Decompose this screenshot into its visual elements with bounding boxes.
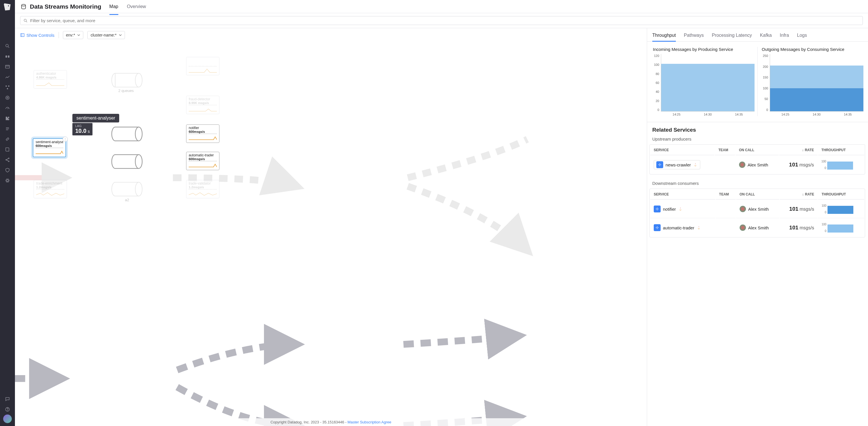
svg-point-16 [8,158,9,159]
tab-overview[interactable]: Overview [127,2,146,11]
tab-map[interactable]: Map [110,2,118,11]
divider [59,32,59,38]
services-icon[interactable] [5,85,10,90]
queue-mid-1[interactable] [111,126,143,143]
chart-1-plot[interactable] [770,54,863,112]
related-services-title: Related Services [647,122,868,135]
svg-rect-4 [8,55,9,58]
page-header: Data Streams Monitoring Map Overview [15,0,868,13]
svg-point-0 [8,5,9,7]
tab-logs[interactable]: Logs [797,33,807,41]
node-fraud-detector[interactable]: fraud-detector 8.99K msgs/s [186,96,219,114]
node-top-right[interactable] [186,57,219,75]
node-trade-validator[interactable]: trade-validator 1.2msgs/s [186,180,219,198]
sort-down-icon: ↓ [802,148,804,152]
tab-throughput[interactable]: Throughput [652,33,676,41]
mini-throughput-chart: 1000 [822,223,861,232]
svg-point-48 [657,209,657,210]
chart-0-yaxis: 120 100 80 60 40 20 0 [652,54,661,112]
java-icon [678,207,683,211]
table-row[interactable]: notifier Alex Smith 101 msgs/s 1000 [650,200,864,218]
shield-icon[interactable] [5,167,10,173]
node-automatic-trader[interactable]: automatic-trader 600msgs/s [186,152,219,170]
puzzle-icon[interactable] [5,116,10,121]
list-icon[interactable] [5,126,10,132]
mini-throughput-chart: 1000 [822,160,861,170]
target-icon[interactable] [5,95,10,101]
svg-point-53 [657,228,657,229]
gauge-icon[interactable] [5,105,10,111]
service-icon [656,161,663,168]
map-edges [15,28,647,426]
node-notifier[interactable]: notifier 600msgs/s [186,124,219,143]
svg-line-20 [7,160,8,161]
metrics-icon[interactable] [5,74,10,80]
svg-point-10 [6,96,9,100]
tab-kafka[interactable]: Kafka [760,33,772,41]
svg-point-43 [659,165,660,166]
chat-icon[interactable] [5,396,10,402]
svg-point-44 [659,164,660,165]
queue-a2[interactable] [111,182,143,198]
table-row[interactable]: automatic-trader Alex Smith 101 msgs/s 1… [650,219,864,236]
oncall-cell: Alex Smith [739,162,776,168]
tab-infra[interactable]: Infra [780,33,789,41]
atom-icon[interactable] [5,178,10,183]
binoculars-icon[interactable] [5,54,10,59]
avatar-icon [740,206,746,212]
header-tabs: Map Overview [110,2,146,11]
controls-bar: Show Controls env:* cluster-name:* [15,28,647,42]
svg-point-35 [135,127,142,141]
svg-point-9 [7,88,8,89]
node-trade-enrichment[interactable]: trade-enrichment 1.2msgs/s [34,180,67,198]
env-dropdown[interactable]: env:* [63,31,84,39]
footer-link[interactable]: Master Subscription Agree [347,420,391,424]
filter-input-wrapper[interactable] [20,16,863,25]
cluster-dropdown[interactable]: cluster-name:* [87,31,125,39]
queue-top[interactable] [111,73,143,89]
service-cell: notifier [654,205,712,212]
node-sentiment-analyser[interactable]: ⋮ sentiment-analyser 600msgs/s [33,138,66,157]
link-icon[interactable] [5,136,10,142]
user-avatar[interactable] [3,415,12,423]
upstream-table: SERVICE TEAM ON CALL ↓RATE THROUGHPUT ne… [649,144,865,174]
datadog-logo-icon[interactable] [2,2,13,12]
svg-line-19 [7,159,8,160]
main-content: Data Streams Monitoring Map Overview Sho… [15,0,868,426]
queue-mid-2[interactable] [111,154,143,170]
chart-outgoing: Outgoing Messages by Consuming Service 2… [758,47,866,116]
help-icon[interactable] [5,406,10,412]
book-icon[interactable] [5,147,10,152]
downstream-title: Downstream consumers [647,179,868,189]
node-authenticator[interactable]: authenticator 4.86K msgs/s [34,70,67,88]
chart-0-plot[interactable] [661,54,754,112]
service-icon [654,224,661,231]
svg-point-42 [660,164,661,165]
chart-1-yaxis: 250 200 150 100 50 0 [761,54,770,112]
search-icon[interactable] [5,43,10,49]
svg-line-12 [7,108,8,109]
dashboard-icon[interactable] [5,64,10,69]
charts-row: Incoming Messages by Producing Service 1… [647,42,868,122]
map-canvas[interactable]: Show Controls env:* cluster-name:* [15,28,647,426]
page-title: Data Streams Monitoring [30,3,101,10]
mini-throughput-chart: 1000 [822,204,861,214]
svg-point-45 [656,209,656,209]
service-cell: news-crawler [654,160,700,169]
lag-indicator: LAG 10.0 s [72,123,92,135]
body-split: Show Controls env:* cluster-name:* [15,28,868,426]
svg-point-52 [658,227,658,228]
tab-processing-latency[interactable]: Processing Latency [712,33,752,41]
svg-rect-5 [5,65,9,68]
detail-panel: Throughput Pathways Processing Latency K… [647,28,868,426]
svg-point-40 [658,164,659,165]
svg-point-27 [24,19,26,21]
left-nav-sidebar [0,0,15,426]
tab-pathways[interactable]: Pathways [684,33,704,41]
show-controls-toggle[interactable]: Show Controls [20,33,55,38]
svg-point-8 [8,85,9,87]
node-more-icon[interactable]: ⋮ [63,137,68,142]
share-icon[interactable] [5,157,10,163]
table-row[interactable]: news-crawler Alex Smith 101 msgs/s 1000 [650,156,864,174]
filter-input[interactable] [30,18,860,23]
